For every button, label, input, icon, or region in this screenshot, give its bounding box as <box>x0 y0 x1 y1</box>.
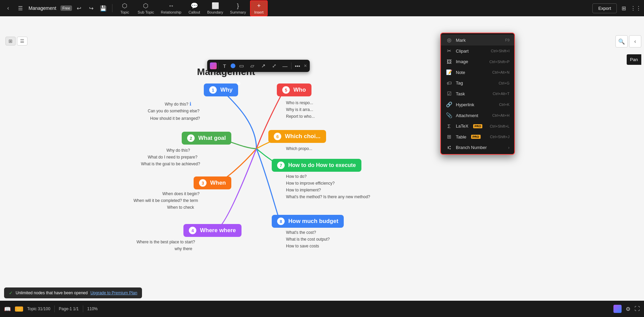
book-icon[interactable]: 📖 <box>4 306 11 312</box>
float-more-icon[interactable]: ••• <box>293 61 302 71</box>
expand-icon[interactable]: ⛶ <box>634 306 640 312</box>
dd-tag[interactable]: 🏷 Tag Ctrl+G <box>441 78 514 88</box>
callout-icon: 💬 <box>191 2 198 10</box>
note-label: Note <box>456 70 465 75</box>
subtopic-label: Sub Topic <box>138 10 154 14</box>
latex-icon: Σ <box>446 123 452 129</box>
boundary-tool[interactable]: ⬜ Boundary <box>204 1 226 16</box>
summary-icon: } <box>237 2 239 10</box>
callout-tool[interactable]: 💬 Callout <box>185 1 203 16</box>
whatgoal-sublabel-1: Why do this? <box>166 148 190 153</box>
when-sublabel-3: When to check <box>167 205 194 210</box>
note-shortcut: Ctrl+Alt+N <box>492 70 509 74</box>
back-button[interactable]: ‹ <box>3 3 14 14</box>
who-node[interactable]: 5 Who <box>277 83 311 96</box>
image-shortcut: Ctrl+Shift+P <box>489 60 509 64</box>
relationship-icon: ↔ <box>168 2 174 10</box>
float-color-btn[interactable] <box>231 63 235 68</box>
dd-clipart[interactable]: ✂ Clipart Ctrl+Shift+I <box>441 45 514 56</box>
mark-icon: ◎ <box>446 37 452 43</box>
whatgoal-sublabel-2: What do I need to prepare? <box>148 155 197 160</box>
who-sublabel-2: Why is it arra... <box>286 107 313 112</box>
dd-mark[interactable]: ◎ Mark F9 <box>441 35 514 45</box>
when-sublabel-2: When will it be completed? the term <box>133 198 198 203</box>
grid-button[interactable]: ⊞ <box>618 3 629 14</box>
list-view-button[interactable]: ☰ <box>17 37 28 45</box>
clipart-shortcut: Ctrl+Shift+I <box>491 49 509 53</box>
notif-text: Unlimited nodes that have been opened <box>16 291 88 295</box>
undo-button[interactable]: ↩ <box>73 3 84 14</box>
image-icon: 🖼 <box>446 59 452 64</box>
dd-image[interactable]: 🖼 Image Ctrl+Shift+P <box>441 56 514 67</box>
dd-latex[interactable]: Σ LaTeX PRO Ctrl+Shift+L <box>441 121 514 131</box>
hyperlink-shortcut: Ctrl+K <box>499 102 509 107</box>
save-button[interactable]: 💾 <box>98 3 109 14</box>
where-sublabel-1: Where is the best place to start? <box>137 240 195 244</box>
zoom-level: 110% <box>87 306 98 311</box>
float-line-icon[interactable]: — <box>280 61 290 71</box>
separator-1 <box>112 4 112 12</box>
relationship-tool[interactable]: ↔ Relationship <box>158 1 184 16</box>
more-button[interactable]: ⋮⋮ <box>630 3 641 14</box>
float-resize-icon[interactable]: ⤢ <box>269 61 279 71</box>
export-button[interactable]: Export <box>592 3 617 13</box>
why-sublabel-3: How should it be arranged? <box>150 116 200 121</box>
budget-node[interactable]: 8 How much budget <box>272 215 344 228</box>
which-sublabel-1: Which propo... <box>286 146 312 151</box>
summary-label: Summary <box>230 10 246 14</box>
float-logo <box>210 62 217 69</box>
topic-icon: ⬡ <box>122 2 127 10</box>
attachment-label: Attachment <box>456 113 478 118</box>
float-roundrect-icon[interactable]: ▱ <box>248 61 257 71</box>
float-arrow-icon[interactable]: ↗ <box>258 61 268 71</box>
insert-label: Insert <box>254 10 264 14</box>
where-sublabel-2: why there <box>175 246 192 251</box>
mark-shortcut: F9 <box>505 38 509 42</box>
latex-pro-badge: PRO <box>473 124 483 128</box>
howtodo-sublabel-1: How to do? <box>286 174 307 179</box>
app-logo <box>613 305 622 313</box>
table-label: Table <box>456 134 466 139</box>
menu-button[interactable]: ☰ <box>15 3 26 14</box>
budget-sublabel-3: How to save costs <box>286 244 319 248</box>
dd-hyperlink[interactable]: 🔗 Hyperlink Ctrl+K <box>441 99 514 110</box>
search-button[interactable]: 🔍 <box>615 35 628 48</box>
float-rect-icon[interactable]: ▭ <box>237 61 246 71</box>
whatgoal-node[interactable]: 2 What goal <box>182 132 231 145</box>
grid-view-button[interactable]: ⊞ <box>5 37 16 45</box>
float-text-icon[interactable]: T <box>220 61 229 71</box>
dd-note[interactable]: 📝 Note Ctrl+Alt+N <box>441 67 514 78</box>
why-sublabel-1: Why do this? ℹ <box>165 101 191 107</box>
insert-tool[interactable]: + Insert <box>250 0 268 16</box>
when-node[interactable]: 3 When <box>194 176 231 189</box>
task-icon: ☑ <box>446 91 452 97</box>
settings-icon[interactable]: ⚙ <box>626 306 630 312</box>
relationship-label: Relationship <box>161 10 181 14</box>
dd-table[interactable]: ⊞ Table PRO Ctrl+Shift+J <box>441 131 514 142</box>
when-sublabel-1: When does it begin? <box>162 191 199 196</box>
tag-icon: 🏷 <box>446 80 452 86</box>
subtopic-tool[interactable]: ⬡ Sub Topic <box>135 1 157 16</box>
clipart-icon: ✂ <box>446 48 452 54</box>
dd-task[interactable]: ☑ Task Ctrl+Alt+T <box>441 88 514 99</box>
clipart-label: Clipart <box>456 49 469 54</box>
which-node[interactable]: 6 Which choi... <box>268 130 326 143</box>
topic-tool[interactable]: ⬡ Topic <box>116 1 133 16</box>
where-node[interactable]: 4 Where where <box>183 224 242 237</box>
upgrade-link[interactable]: Upgrade to Premium Plan <box>90 291 137 295</box>
dd-branch-number[interactable]: ⑆ Branch Number › <box>441 142 514 153</box>
boundary-icon: ⬜ <box>212 2 219 10</box>
pane-label: Pan <box>627 54 641 65</box>
dd-attachment[interactable]: 📎 Attachment Ctrl+Alt+H <box>441 110 514 121</box>
howtodo-sublabel-4: What's the method? Is there any new meth… <box>286 194 370 199</box>
collapse-panel-button[interactable]: ‹ <box>629 35 641 48</box>
task-label: Task <box>456 91 465 96</box>
branch-arrow: › <box>508 145 509 150</box>
why-node[interactable]: 1 Why ⚙ <box>204 83 238 96</box>
redo-button[interactable]: ↪ <box>86 3 96 14</box>
float-close-btn[interactable]: ✕ <box>304 63 307 68</box>
float-sep1 <box>218 62 218 69</box>
howtodo-node[interactable]: 7 How to do How to execute <box>272 159 361 172</box>
summary-tool[interactable]: } Summary <box>227 1 249 16</box>
insert-icon: + <box>257 2 261 10</box>
